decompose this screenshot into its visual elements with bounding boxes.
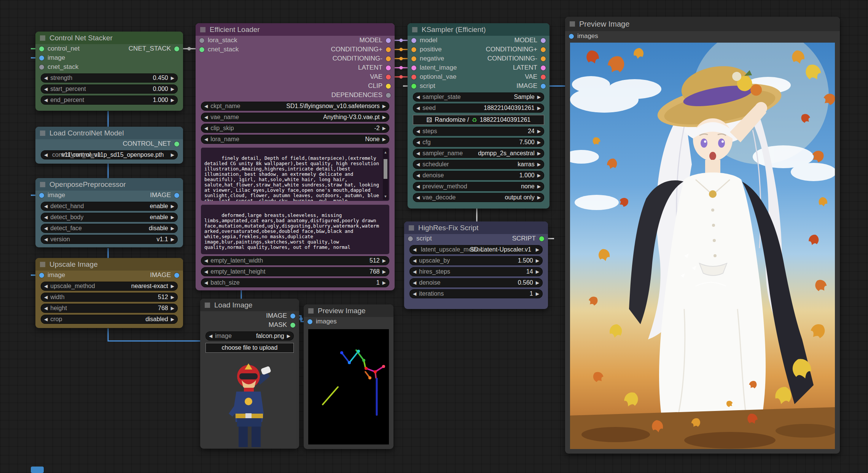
detect-hand-widget[interactable]: ◀ detect_hand enable ▶ — [41, 202, 178, 211]
node-openpose-preprocessor[interactable]: OpenposePreprocessor image IMAGE ◀ detec… — [35, 178, 183, 247]
height-widget[interactable]: ◀ height 768 ▶ — [41, 304, 178, 313]
output-port-dot[interactable] — [541, 84, 546, 89]
node-preview-image-final[interactable]: Preview Image images — [565, 17, 840, 454]
left-arrow-icon[interactable]: ◀ — [204, 258, 208, 263]
left-arrow-icon[interactable]: ◀ — [44, 76, 48, 80]
left-arrow-icon[interactable]: ◀ — [413, 280, 416, 285]
upscale-by-widget[interactable]: ◀ upscale_by 1.500 ▶ — [409, 256, 543, 265]
node-titlebar[interactable]: Load Image — [200, 299, 299, 311]
crop-widget[interactable]: ◀ crop disabled ▶ — [41, 315, 178, 324]
left-arrow-icon[interactable]: ◀ — [204, 280, 208, 285]
node-load-controlnet-model[interactable]: Load ControlNet Model CONTROL_NET ◀ cont… — [35, 127, 183, 164]
left-arrow-icon[interactable]: ◀ — [44, 98, 48, 102]
collapse-box-icon[interactable] — [308, 308, 314, 314]
output-port-dot[interactable] — [386, 56, 391, 61]
choose-file-button[interactable]: choose file to upload — [205, 343, 294, 353]
node-graph-canvas[interactable]: Control Net Stacker control_net CNET_STA… — [0, 0, 868, 473]
left-arrow-icon[interactable]: ◀ — [204, 137, 208, 142]
right-arrow-icon[interactable]: ▶ — [537, 95, 541, 99]
collapse-box-icon[interactable] — [200, 27, 205, 32]
right-arrow-icon[interactable]: ▶ — [536, 280, 539, 285]
right-arrow-icon[interactable]: ▶ — [537, 184, 541, 189]
right-arrow-icon[interactable]: ▶ — [171, 204, 174, 209]
scrollbar-thumb[interactable] — [384, 159, 387, 179]
output-port-dot[interactable] — [541, 56, 546, 61]
left-arrow-icon[interactable]: ◀ — [204, 126, 208, 131]
output-port-dot[interactable] — [174, 142, 179, 147]
scheduler-widget[interactable]: ◀ scheduler karras ▶ — [413, 160, 544, 169]
node-titlebar[interactable]: Preview Image — [304, 304, 393, 317]
left-arrow-icon[interactable]: ◀ — [416, 173, 420, 178]
detect-face-widget[interactable]: ◀ detect_face disable ▶ — [41, 224, 178, 233]
start-percent-widget[interactable]: ◀ start_percent 0.000 ▶ — [41, 84, 178, 94]
image-file-widget[interactable]: ◀ image falcon.png ▶ — [205, 331, 294, 341]
control-net-name-widget[interactable]: ◀ control_net_name v11\control_v11p_sd15… — [41, 150, 178, 159]
node-titlebar[interactable]: Load ControlNet Model — [35, 127, 183, 139]
bottom-left-button[interactable] — [31, 467, 44, 473]
negative-prompt-textarea[interactable]: deformed,large breasts,sleeveless, missi… — [201, 205, 389, 254]
collapse-box-icon[interactable] — [570, 21, 575, 27]
cfg-widget[interactable]: ◀ cfg 7.500 ▶ — [413, 138, 544, 147]
left-arrow-icon[interactable]: ◀ — [416, 129, 420, 134]
node-titlebar[interactable]: Upscale Image — [35, 258, 183, 271]
scroll-down-icon[interactable]: ▼ — [384, 194, 386, 199]
node-control-net-stacker[interactable]: Control Net Stacker control_net CNET_STA… — [35, 32, 183, 111]
upscale-method-widget[interactable]: ◀ upscale_method nearest-exact ▶ — [41, 282, 178, 291]
left-arrow-icon[interactable]: ◀ — [44, 306, 48, 311]
node-preview-image-pose[interactable]: Preview Image images — [304, 304, 393, 449]
input-port-dot[interactable] — [199, 47, 204, 52]
right-arrow-icon[interactable]: ▶ — [537, 195, 541, 200]
right-arrow-icon[interactable]: ▶ — [382, 137, 386, 142]
left-arrow-icon[interactable]: ◀ — [44, 226, 48, 231]
input-port-dot[interactable] — [39, 65, 44, 70]
vae-name-widget[interactable]: ◀ vae_name Anything-V3.0.vae.pt ▶ — [201, 113, 389, 122]
right-arrow-icon[interactable]: ▶ — [171, 284, 174, 288]
left-arrow-icon[interactable]: ◀ — [44, 215, 48, 220]
lora-name-widget[interactable]: ◀ lora_name None ▶ — [201, 135, 389, 144]
output-port-dot[interactable] — [290, 323, 295, 328]
node-titlebar[interactable]: HighRes-Fix Script — [404, 221, 548, 234]
detect-body-widget[interactable]: ◀ detect_body enable ▶ — [41, 213, 178, 222]
right-arrow-icon[interactable]: ▶ — [287, 334, 290, 338]
input-port-dot[interactable] — [39, 193, 44, 198]
node-titlebar[interactable]: Efficient Loader — [196, 23, 395, 36]
right-arrow-icon[interactable]: ▶ — [536, 247, 539, 252]
right-arrow-icon[interactable]: ▶ — [171, 237, 174, 242]
output-port-dot[interactable] — [174, 193, 179, 198]
left-arrow-icon[interactable]: ◀ — [413, 291, 416, 296]
steps-widget[interactable]: ◀ steps 24 ▶ — [413, 127, 544, 136]
left-arrow-icon[interactable]: ◀ — [416, 184, 420, 189]
input-port-dot[interactable] — [39, 56, 44, 61]
right-arrow-icon[interactable]: ▶ — [382, 280, 386, 285]
hires-denoise-widget[interactable]: ◀ denoise 0.560 ▶ — [409, 278, 543, 287]
input-port-dot[interactable] — [411, 84, 416, 89]
left-arrow-icon[interactable]: ◀ — [413, 247, 416, 252]
node-ksampler-efficient[interactable]: KSampler (Efficient) model positive nega… — [408, 23, 549, 209]
latent-upscale-method-widget[interactable]: ◀ latent_upscale_method SD-Latent-Upscal… — [409, 245, 543, 254]
collapse-box-icon[interactable] — [205, 303, 210, 308]
ckpt-name-widget[interactable]: ◀ ckpt_name SD1.5\flyingsnow_v10.safeten… — [201, 102, 389, 111]
input-port-dot[interactable] — [408, 236, 413, 241]
left-arrow-icon[interactable]: ◀ — [204, 269, 208, 274]
left-arrow-icon[interactable]: ◀ — [44, 295, 48, 299]
right-arrow-icon[interactable]: ▶ — [171, 226, 174, 231]
left-arrow-icon[interactable]: ◀ — [44, 237, 48, 242]
node-highres-fix-script[interactable]: HighRes-Fix Script script SCRIPT ◀ laten… — [404, 221, 548, 309]
input-port-dot[interactable] — [39, 46, 44, 51]
output-port-dot[interactable] — [386, 75, 391, 80]
right-arrow-icon[interactable]: ▶ — [382, 258, 386, 263]
left-arrow-icon[interactable]: ◀ — [204, 104, 208, 108]
left-arrow-icon[interactable]: ◀ — [416, 151, 420, 156]
right-arrow-icon[interactable]: ▶ — [171, 153, 174, 157]
input-port-dot[interactable] — [411, 65, 416, 70]
output-port-dot[interactable] — [386, 65, 391, 70]
right-arrow-icon[interactable]: ▶ — [537, 129, 541, 134]
input-port-dot[interactable] — [411, 38, 416, 43]
sampler-name-widget[interactable]: ◀ sampler_name dpmpp_2s_ancestral ▶ — [413, 149, 544, 158]
right-arrow-icon[interactable]: ▶ — [171, 98, 174, 102]
right-arrow-icon[interactable]: ▶ — [382, 269, 386, 274]
right-arrow-icon[interactable]: ▶ — [537, 106, 541, 110]
right-arrow-icon[interactable]: ▶ — [536, 269, 539, 274]
right-arrow-icon[interactable]: ▶ — [382, 126, 386, 131]
input-port-dot[interactable] — [411, 75, 416, 80]
